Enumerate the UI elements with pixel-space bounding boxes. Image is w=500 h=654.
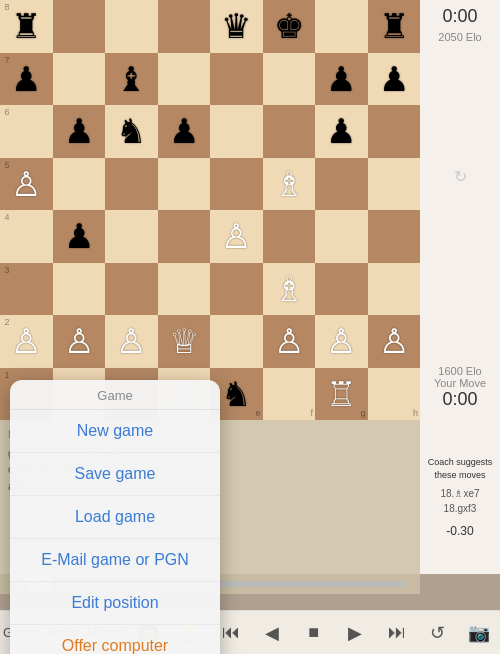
chess-cell-5-6[interactable] — [315, 263, 368, 316]
chess-cell-6-5[interactable]: ♙ — [263, 315, 316, 368]
chess-cell-3-3[interactable] — [158, 158, 211, 211]
btn-end[interactable]: ⏭ — [376, 622, 417, 643]
score-label: -0.30 — [446, 524, 473, 538]
chess-cell-3-7[interactable] — [368, 158, 421, 211]
chess-cell-4-6[interactable] — [315, 210, 368, 263]
chess-cell-5-4[interactable] — [210, 263, 263, 316]
chess-board[interactable]: ♜♛♚♜♟♝♟♟♟♞♟♟♙♗♟♙♗♙♙♙♕♙♙♙♖♞♖ — [0, 0, 420, 420]
menu-item-load-game[interactable]: Load game — [10, 496, 220, 539]
chess-cell-3-0[interactable]: ♙ — [0, 158, 53, 211]
btn-refresh[interactable]: ↺ — [417, 622, 458, 644]
timer-bottom-section: 1600 Elo Your Move 0:00 — [434, 365, 486, 420]
chess-cell-2-1[interactable]: ♟ — [53, 105, 106, 158]
menu-item-new-game[interactable]: New game — [10, 410, 220, 453]
chess-cell-5-3[interactable] — [158, 263, 211, 316]
chess-cell-4-4[interactable]: ♙ — [210, 210, 263, 263]
btn-stop[interactable]: ■ — [293, 622, 334, 643]
btn-next[interactable]: ▶ — [334, 622, 375, 644]
chess-cell-0-5[interactable]: ♚ — [263, 0, 316, 53]
chess-cell-3-5[interactable]: ♗ — [263, 158, 316, 211]
chess-cell-1-1[interactable] — [53, 53, 106, 106]
chess-cell-2-6[interactable]: ♟ — [315, 105, 368, 158]
chess-board-container: ♜♛♚♜♟♝♟♟♟♞♟♟♙♗♟♙♗♙♙♙♕♙♙♙♖♞♖ — [0, 0, 420, 420]
chess-cell-4-0[interactable] — [0, 210, 53, 263]
chess-cell-3-6[interactable] — [315, 158, 368, 211]
chess-cell-0-0[interactable]: ♜ — [0, 0, 53, 53]
chess-cell-0-7[interactable]: ♜ — [368, 0, 421, 53]
chess-cell-3-4[interactable] — [210, 158, 263, 211]
chess-cell-7-5[interactable] — [263, 368, 316, 421]
chess-cell-6-1[interactable]: ♙ — [53, 315, 106, 368]
chess-cell-1-0[interactable]: ♟ — [0, 53, 53, 106]
chess-cell-2-5[interactable] — [263, 105, 316, 158]
chess-cell-3-1[interactable] — [53, 158, 106, 211]
chess-cell-1-7[interactable]: ♟ — [368, 53, 421, 106]
chess-cell-5-1[interactable] — [53, 263, 106, 316]
chess-cell-0-6[interactable] — [315, 0, 368, 53]
chess-cell-2-2[interactable]: ♞ — [105, 105, 158, 158]
chess-cell-0-2[interactable] — [105, 0, 158, 53]
chess-cell-4-7[interactable] — [368, 210, 421, 263]
menu-item-edit-position[interactable]: Edit position — [10, 582, 220, 625]
sync-icon[interactable]: ↻ — [454, 167, 467, 186]
coach-moves: 18.♗xe7 18.gxf3 — [440, 486, 479, 516]
chess-cell-2-0[interactable] — [0, 105, 53, 158]
timer-top: 0:00 — [442, 6, 477, 27]
chess-cell-0-4[interactable]: ♛ — [210, 0, 263, 53]
btn-camera[interactable]: 📷 — [459, 622, 500, 644]
coach-move2: 18.gxf3 — [440, 501, 479, 516]
menu-item-offer-computer[interactable]: Offer computer — [10, 625, 220, 654]
chess-cell-6-7[interactable]: ♙ — [368, 315, 421, 368]
chess-cell-0-3[interactable] — [158, 0, 211, 53]
menu-item-e-mail-game-or-pgn[interactable]: E-Mail game or PGN — [10, 539, 220, 582]
chess-cell-4-5[interactable] — [263, 210, 316, 263]
coach-text: Coach suggests these moves — [426, 456, 494, 481]
chess-cell-1-4[interactable] — [210, 53, 263, 106]
elo-bottom: 1600 Elo — [434, 365, 486, 377]
chess-cell-6-3[interactable]: ♕ — [158, 315, 211, 368]
chess-cell-6-0[interactable]: ♙ — [0, 315, 53, 368]
chess-cell-6-2[interactable]: ♙ — [105, 315, 158, 368]
chess-cell-2-3[interactable]: ♟ — [158, 105, 211, 158]
coach-area: Coach suggests these moves 18.♗xe7 18.gx… — [420, 420, 500, 574]
chess-cell-5-2[interactable] — [105, 263, 158, 316]
chess-cell-7-7[interactable] — [368, 368, 421, 421]
chess-cell-6-6[interactable]: ♙ — [315, 315, 368, 368]
menu-header: Game — [10, 380, 220, 410]
chess-cell-2-7[interactable] — [368, 105, 421, 158]
chess-cell-4-1[interactable]: ♟ — [53, 210, 106, 263]
chess-cell-3-2[interactable] — [105, 158, 158, 211]
chess-cell-1-3[interactable] — [158, 53, 211, 106]
btn-prev[interactable]: ◀ — [252, 622, 293, 644]
coach-move1: 18.♗xe7 — [440, 486, 479, 501]
game-menu: Game New gameSave gameLoad gameE-Mail ga… — [10, 380, 220, 654]
timer-bottom: 0:00 — [434, 389, 486, 410]
chess-cell-5-7[interactable] — [368, 263, 421, 316]
chess-cell-7-6[interactable]: ♖ — [315, 368, 368, 421]
your-move-label: Your Move — [434, 377, 486, 389]
chess-cell-1-5[interactable] — [263, 53, 316, 106]
chess-cell-5-0[interactable] — [0, 263, 53, 316]
chess-cell-6-4[interactable] — [210, 315, 263, 368]
menu-item-save-game[interactable]: Save game — [10, 453, 220, 496]
chess-cell-0-1[interactable] — [53, 0, 106, 53]
chess-cell-2-4[interactable] — [210, 105, 263, 158]
chess-cell-5-5[interactable]: ♗ — [263, 263, 316, 316]
chess-cell-4-3[interactable] — [158, 210, 211, 263]
right-panel: 0:00 2050 Elo ↻ 1600 Elo Your Move 0:00 — [420, 0, 500, 420]
elo-top: 2050 Elo — [438, 31, 481, 43]
chess-cell-1-2[interactable]: ♝ — [105, 53, 158, 106]
chess-cell-4-2[interactable] — [105, 210, 158, 263]
chess-cell-1-6[interactable]: ♟ — [315, 53, 368, 106]
